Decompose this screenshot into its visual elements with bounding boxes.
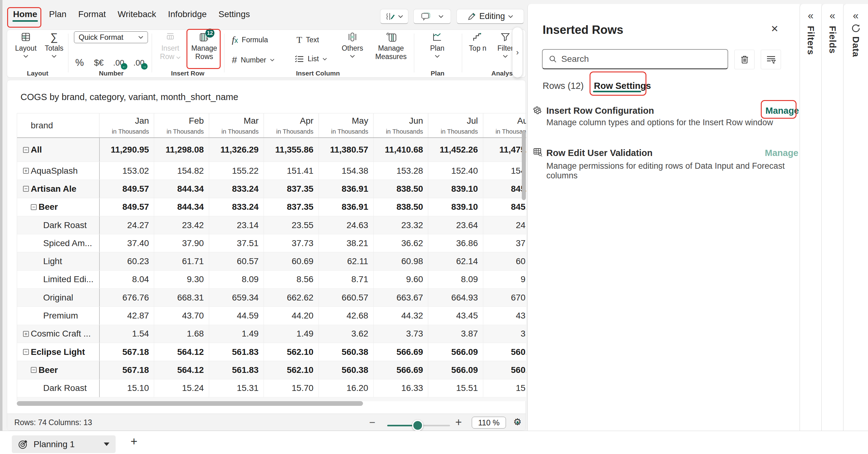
formula-button[interactable]: fx Formula (232, 34, 268, 45)
cell-value[interactable]: 839.10 (428, 180, 483, 198)
refresh-icon[interactable] (851, 23, 861, 33)
cell-value[interactable]: 566.09 (428, 343, 483, 361)
filter-sort-button[interactable] (761, 50, 781, 69)
totals-button[interactable]: ∑ Totals (39, 32, 69, 58)
expand-pane-icon[interactable]: « (808, 10, 813, 21)
cell-value[interactable]: 37.0 (483, 234, 526, 252)
cell-value[interactable]: 151.41 (264, 162, 318, 180)
vertical-scrollbar[interactable] (522, 131, 526, 200)
cell-value[interactable]: 845.3 (483, 180, 526, 198)
expand-pane-icon[interactable]: « (830, 10, 835, 21)
menu-tab-infobridge[interactable]: Infobridge (167, 7, 208, 24)
cell-value[interactable]: 11,452.26 (428, 138, 483, 161)
table-row[interactable]: Premium42.8743.7044.5944.2042.6844.3243.… (17, 307, 526, 325)
decrease-decimal-button[interactable]: .00← (112, 57, 126, 69)
cell-value[interactable]: 36.62 (373, 234, 428, 252)
cell-value[interactable]: 16.33 (373, 380, 428, 397)
list-column-button[interactable]: List (294, 55, 327, 63)
ribbon-scroll-right-button[interactable]: › (512, 27, 523, 78)
cell-value[interactable]: 60.23 (99, 252, 154, 270)
table-row[interactable]: −Eclipse Light567.18564.12561.83562.1056… (17, 343, 526, 361)
zoom-slider-thumb[interactable] (412, 420, 423, 431)
cell-value[interactable]: 566.69 (373, 343, 428, 361)
fields-pane-collapsed[interactable]: « Fields (822, 4, 843, 431)
cell-value[interactable]: 152.40 (428, 162, 483, 180)
delete-rows-button[interactable] (734, 50, 754, 69)
cell-value[interactable]: 60.2 (483, 252, 526, 270)
cell-value[interactable]: 15.9 (483, 380, 526, 397)
cell-value[interactable]: 15.24 (154, 380, 209, 397)
cell-value[interactable]: 839.10 (428, 198, 483, 216)
cell-value[interactable]: 837.35 (264, 198, 318, 216)
cell-value[interactable]: 11,355.86 (264, 138, 318, 161)
cell-value[interactable]: 23.32 (373, 216, 428, 234)
cell-value[interactable]: 561.83 (209, 343, 264, 361)
others-column-button[interactable]: Others (338, 32, 367, 58)
cell-value[interactable]: 1.54 (99, 325, 154, 343)
cell-value[interactable]: 23.14 (209, 216, 264, 234)
cell-value[interactable]: 62.14 (428, 252, 483, 270)
tab-rows[interactable]: Rows (12) (542, 81, 584, 91)
cell-value[interactable]: 838.50 (373, 198, 428, 216)
cell-value[interactable]: 1.49 (264, 325, 318, 343)
expand-pane-icon[interactable]: « (853, 10, 858, 21)
cell-value[interactable]: 664.93 (428, 289, 483, 306)
cell-value[interactable]: 8.09 (209, 271, 264, 289)
cell-value[interactable]: 833.24 (209, 180, 264, 198)
column-header-month[interactable]: Junin Thousands (373, 114, 428, 138)
column-header-month[interactable]: Augin Thousands (483, 114, 526, 138)
cell-value[interactable]: 3.62 (318, 325, 373, 343)
cell-value[interactable]: 8.56 (264, 271, 318, 289)
currency-format-button[interactable]: $€ (92, 57, 106, 69)
menu-tab-writeback[interactable]: Writeback (117, 7, 157, 24)
cell-value[interactable]: 15.51 (428, 380, 483, 397)
cell-value[interactable]: 1.68 (154, 325, 209, 343)
cell-value[interactable]: 845.3 (483, 198, 526, 216)
cell-value[interactable]: 11,380.57 (318, 138, 373, 161)
increase-decimal-button[interactable]: .00→ (132, 57, 146, 69)
cell-value[interactable]: 9.60 (373, 271, 428, 289)
manage-measures-button[interactable]: ManageMeasures (376, 32, 406, 61)
row-expander-icon[interactable]: − (31, 204, 37, 210)
cell-value[interactable]: 60.69 (264, 252, 318, 270)
table-row[interactable]: Dark Roast24.2723.4223.1423.5524.6323.32… (17, 216, 526, 234)
cell-value[interactable]: 153.28 (373, 162, 428, 180)
add-page-button[interactable]: + (130, 435, 137, 448)
row-expander-icon[interactable]: − (31, 367, 37, 373)
cell-value[interactable]: 562.10 (264, 361, 318, 379)
cell-value[interactable]: 11,475.3 (483, 138, 526, 161)
insert-row-button[interactable]: InsertRow (155, 32, 185, 61)
data-pane-collapsed[interactable]: « Data (843, 4, 868, 431)
cell-value[interactable]: 8.09 (428, 271, 483, 289)
cell-value[interactable]: 24.63 (318, 216, 373, 234)
cell-value[interactable]: 564.12 (154, 343, 209, 361)
cell-value[interactable]: 564.12 (154, 361, 209, 379)
quick-format-dropdown[interactable]: Quick Format (74, 31, 148, 43)
horizontal-scrollbar[interactable] (17, 401, 363, 406)
row-expander-icon[interactable]: − (23, 349, 29, 355)
editing-mode-dropdown[interactable]: Editing (457, 9, 524, 24)
cell-value[interactable]: 3.73 (373, 325, 428, 343)
cell-value[interactable]: 560.3 (483, 343, 526, 361)
table-row[interactable]: Light60.2361.7160.5760.6962.1160.9862.14… (17, 252, 526, 270)
column-header-month[interactable]: Marin Thousands (209, 114, 264, 138)
cell-value[interactable]: 660.57 (318, 289, 373, 306)
cell-value[interactable]: 670.2 (483, 289, 526, 306)
cell-value[interactable]: 844.34 (154, 198, 209, 216)
cell-value[interactable]: 15.31 (209, 380, 264, 397)
cell-value[interactable]: 61.71 (154, 252, 209, 270)
cell-value[interactable]: 43.70 (154, 307, 209, 325)
cell-value[interactable]: 23.42 (154, 216, 209, 234)
cell-value[interactable]: 836.91 (318, 180, 373, 198)
search-input[interactable]: Search (542, 49, 728, 69)
cell-value[interactable]: 1.49 (209, 325, 264, 343)
table-row[interactable]: −All11,290.9511,298.0811,326.2911,355.86… (17, 138, 526, 162)
cell-value[interactable]: 668.31 (154, 289, 209, 306)
page-tab-caret-icon[interactable] (104, 443, 110, 446)
cell-value[interactable]: 155.22 (209, 162, 264, 180)
cell-value[interactable]: 24.7 (483, 216, 526, 234)
cell-value[interactable]: 15.10 (99, 380, 154, 397)
cell-value[interactable]: 9.1 (483, 271, 526, 289)
cell-value[interactable]: 154.38 (318, 162, 373, 180)
page-tab-planning[interactable]: Planning 1 (12, 435, 116, 453)
